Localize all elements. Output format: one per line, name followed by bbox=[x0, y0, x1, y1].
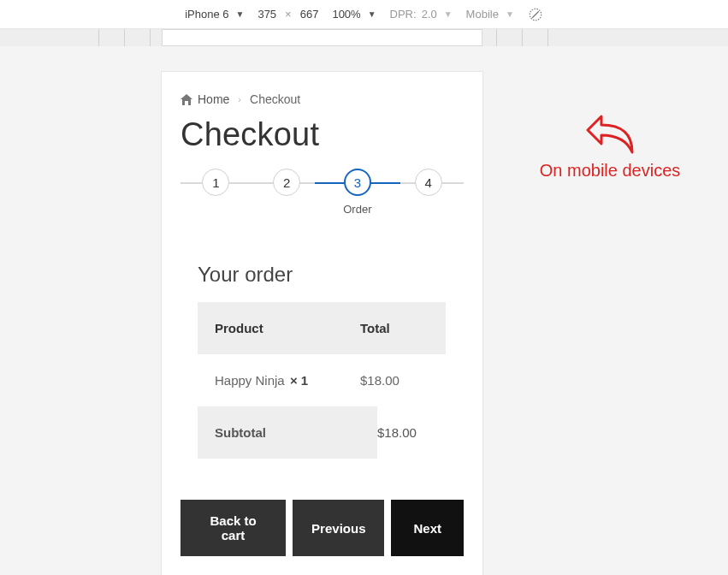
caret-down-icon: ▼ bbox=[444, 9, 453, 19]
mode-value: Mobile bbox=[466, 8, 499, 21]
page-title: Checkout bbox=[181, 116, 464, 153]
zoom-value: 100% bbox=[332, 8, 360, 21]
ruler bbox=[0, 29, 728, 46]
caret-down-icon: ▼ bbox=[506, 9, 514, 19]
dim-height[interactable]: 667 bbox=[300, 8, 319, 21]
subtotal-label: Subtotal bbox=[198, 406, 377, 459]
dim-width[interactable]: 375 bbox=[257, 8, 276, 21]
chevron-right-icon: › bbox=[238, 94, 241, 104]
next-button[interactable]: Next bbox=[391, 500, 464, 556]
rotate-icon[interactable] bbox=[528, 7, 543, 22]
previous-button[interactable]: Previous bbox=[293, 500, 384, 556]
annotation: On mobile devices bbox=[503, 110, 717, 181]
canvas: On mobile devices Home › Checkout Checko… bbox=[0, 46, 728, 575]
home-icon bbox=[181, 94, 192, 105]
order-item-name: Happy Ninja bbox=[215, 373, 285, 388]
dpr-value: 2.0 bbox=[422, 8, 437, 21]
step-1[interactable]: 1 bbox=[202, 169, 229, 196]
breadcrumb-home-label: Home bbox=[198, 92, 229, 106]
header-product: Product bbox=[215, 321, 360, 335]
header-total: Total bbox=[360, 321, 429, 335]
button-row: Back to cart Previous Next bbox=[181, 500, 464, 556]
caret-down-icon: ▼ bbox=[236, 9, 245, 19]
zoom-select[interactable]: 100% ▼ bbox=[332, 8, 376, 21]
order-section-title: Your order bbox=[198, 263, 464, 287]
dpr-select[interactable]: DPR: 2.0 ▼ bbox=[390, 8, 453, 21]
order-subtotal-row: Subtotal $18.00 bbox=[198, 406, 446, 459]
annotation-text: On mobile devices bbox=[503, 161, 717, 181]
order-item-qty: × 1 bbox=[290, 373, 308, 388]
order-item-price: $18.00 bbox=[360, 373, 429, 388]
device-frame: Home › Checkout Checkout 1 2 3 Order 4 Y… bbox=[162, 72, 482, 575]
arrow-reply-icon bbox=[583, 110, 637, 156]
order-item-name-cell: Happy Ninja × 1 bbox=[215, 373, 360, 388]
device-select[interactable]: iPhone 6 ▼ bbox=[185, 8, 244, 21]
checkout-stepper: 1 2 3 Order 4 bbox=[181, 169, 464, 220]
breadcrumb-current: Checkout bbox=[250, 92, 300, 106]
dpr-label: DPR: bbox=[390, 8, 417, 21]
dim-x-icon: × bbox=[285, 8, 292, 21]
devtools-device-toolbar: iPhone 6 ▼ 375 × 667 100% ▼ DPR: 2.0 ▼ M… bbox=[0, 0, 728, 29]
back-to-cart-button[interactable]: Back to cart bbox=[181, 500, 286, 556]
step-3-label: Order bbox=[343, 203, 371, 216]
device-name: iPhone 6 bbox=[185, 8, 228, 21]
order-table: Product Total Happy Ninja × 1 $18.00 Sub… bbox=[198, 302, 446, 459]
dimensions: 375 × 667 bbox=[257, 8, 318, 21]
caret-down-icon: ▼ bbox=[368, 9, 376, 19]
svg-line-1 bbox=[532, 11, 539, 18]
step-4[interactable]: 4 bbox=[415, 169, 442, 196]
order-table-header: Product Total bbox=[198, 302, 446, 354]
breadcrumb-home[interactable]: Home bbox=[181, 92, 229, 106]
step-2[interactable]: 2 bbox=[273, 169, 300, 196]
mode-select[interactable]: Mobile ▼ bbox=[466, 8, 514, 21]
order-item-row: Happy Ninja × 1 $18.00 bbox=[198, 354, 446, 406]
subtotal-value: $18.00 bbox=[377, 406, 446, 459]
breadcrumb: Home › Checkout bbox=[181, 92, 464, 106]
step-3[interactable]: 3 bbox=[344, 169, 371, 196]
